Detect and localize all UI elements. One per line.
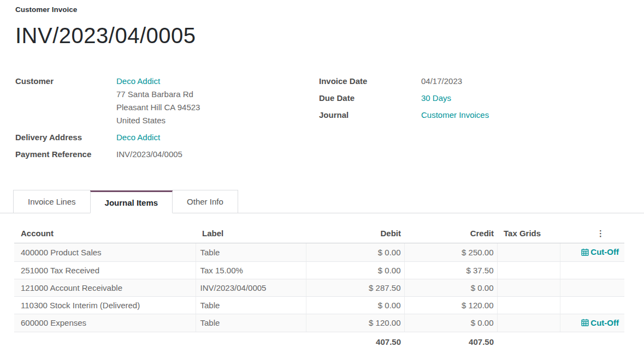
cell-cutoff[interactable]: Cut-Off: [560, 314, 624, 332]
column-header-label[interactable]: Label: [196, 224, 306, 243]
cell-label[interactable]: INV/2023/04/0005: [196, 279, 306, 296]
totals-row: 407.50 407.50: [14, 332, 624, 347]
notebook-tabs: Invoice Lines Journal Items Other Info: [0, 190, 644, 213]
tab-journal-items[interactable]: Journal Items: [90, 190, 173, 213]
customer-address-line: Pleasant Hill CA 94523: [116, 101, 200, 114]
cell-debit[interactable]: $ 287.50: [306, 279, 404, 296]
journal-label: Journal: [319, 109, 421, 122]
cell-credit[interactable]: $ 120.00: [404, 296, 497, 314]
field-customer: Customer Deco Addict 77 Santa Barbara Rd…: [15, 75, 319, 127]
page-title: INV/2023/04/0005: [15, 25, 644, 46]
cell-debit[interactable]: $ 0.00: [306, 243, 404, 262]
customer-address-line: 77 Santa Barbara Rd: [116, 88, 200, 101]
payment-reference-value[interactable]: INV/2023/04/0005: [116, 148, 182, 161]
invoice-fields: Customer Deco Addict 77 Santa Barbara Rd…: [0, 75, 644, 165]
journal-link[interactable]: Customer Invoices: [421, 110, 489, 119]
cell-tax-grids[interactable]: [497, 279, 560, 296]
table-row[interactable]: 600000 ExpensesTable$ 120.00$ 0.00 Cut-O…: [14, 314, 624, 332]
cell-account[interactable]: 251000 Tax Received: [14, 261, 196, 279]
field-payment-reference: Payment Reference INV/2023/04/0005: [15, 148, 319, 161]
due-date-link[interactable]: 30 Days: [421, 93, 451, 103]
kebab-vertical-icon[interactable]: ⋮: [596, 230, 605, 237]
table-row[interactable]: 251000 Tax ReceivedTax 15.00%$ 0.00$ 37.…: [14, 261, 624, 279]
cell-debit[interactable]: $ 0.00: [306, 296, 404, 314]
cell-cutoff: [560, 261, 624, 279]
calendar-icon: [581, 319, 589, 326]
invoice-header: Customer Invoice INV/2023/04/0005: [0, 0, 644, 46]
cutoff-label: Cut-Off: [590, 247, 619, 256]
cell-credit[interactable]: $ 0.00: [404, 314, 497, 332]
tab-invoice-lines[interactable]: Invoice Lines: [13, 190, 91, 213]
calendar-icon: [581, 248, 589, 256]
table-row[interactable]: 400000 Product SalesTable$ 0.00$ 250.00 …: [14, 243, 624, 262]
delivery-address-label: Delivery Address: [15, 131, 116, 144]
cell-tax-grids[interactable]: [497, 314, 560, 332]
column-header-credit[interactable]: Credit: [404, 224, 497, 243]
cell-tax-grids[interactable]: [497, 243, 560, 262]
journal-items-table: Account Label Debit Credit Tax Grids ⋮ 4…: [14, 224, 624, 346]
due-date-label: Due Date: [319, 92, 421, 105]
table-header-row: Account Label Debit Credit Tax Grids ⋮: [14, 224, 624, 243]
cutoff-button[interactable]: Cut-Off: [581, 318, 619, 327]
invoice-date-value[interactable]: 04/17/2023: [421, 75, 462, 88]
cell-label[interactable]: Tax 15.00%: [196, 261, 306, 279]
cell-label[interactable]: Table: [196, 243, 306, 262]
journal-items-body: 400000 Product SalesTable$ 0.00$ 250.00 …: [14, 243, 624, 332]
cell-debit[interactable]: $ 0.00: [306, 261, 404, 279]
cell-label[interactable]: Table: [196, 314, 306, 332]
delivery-address-link[interactable]: Deco Addict: [116, 133, 160, 142]
customer-link[interactable]: Deco Addict: [116, 76, 160, 86]
cell-tax-grids[interactable]: [497, 261, 560, 279]
cell-cutoff: [560, 279, 624, 296]
cell-credit[interactable]: $ 37.50: [404, 261, 497, 279]
cell-account[interactable]: 600000 Expenses: [14, 314, 196, 332]
field-invoice-date: Invoice Date 04/17/2023: [319, 75, 625, 88]
cell-debit[interactable]: $ 120.00: [306, 314, 404, 332]
total-credit: 407.50: [404, 332, 497, 347]
cell-cutoff[interactable]: Cut-Off: [560, 243, 624, 262]
invoice-date-label: Invoice Date: [319, 75, 421, 88]
cell-account[interactable]: 400000 Product Sales: [14, 243, 196, 262]
column-header-tax-grids[interactable]: Tax Grids: [497, 224, 560, 243]
fields-right-column: Invoice Date 04/17/2023 Due Date 30 Days…: [319, 75, 625, 165]
cell-label[interactable]: Table: [196, 296, 306, 314]
cell-tax-grids[interactable]: [497, 296, 560, 314]
doc-type-label: Customer Invoice: [15, 5, 644, 14]
cutoff-label: Cut-Off: [590, 318, 619, 327]
tab-other-info[interactable]: Other Info: [172, 190, 238, 213]
cell-account[interactable]: 110300 Stock Interim (Delivered): [14, 296, 196, 314]
cell-cutoff: [560, 296, 624, 314]
table-row[interactable]: 121000 Account ReceivableINV/2023/04/000…: [14, 279, 624, 296]
customer-label: Customer: [15, 75, 116, 88]
field-due-date: Due Date 30 Days: [319, 92, 625, 105]
customer-value-block: Deco Addict 77 Santa Barbara Rd Pleasant…: [116, 75, 200, 127]
table-row[interactable]: 110300 Stock Interim (Delivered)Table$ 0…: [14, 296, 624, 314]
cutoff-button[interactable]: Cut-Off: [581, 247, 619, 256]
cell-account[interactable]: 121000 Account Receivable: [14, 279, 196, 296]
payment-reference-label: Payment Reference: [15, 148, 116, 161]
total-debit: 407.50: [306, 332, 404, 347]
fields-left-column: Customer Deco Addict 77 Santa Barbara Rd…: [15, 75, 319, 165]
field-delivery-address: Delivery Address Deco Addict: [15, 131, 319, 144]
customer-address-line: United States: [116, 114, 200, 127]
column-header-account[interactable]: Account: [14, 224, 196, 243]
column-header-debit[interactable]: Debit: [306, 224, 404, 243]
cell-credit[interactable]: $ 0.00: [404, 279, 497, 296]
field-journal: Journal Customer Invoices: [319, 109, 625, 122]
cell-credit[interactable]: $ 250.00: [404, 243, 497, 262]
